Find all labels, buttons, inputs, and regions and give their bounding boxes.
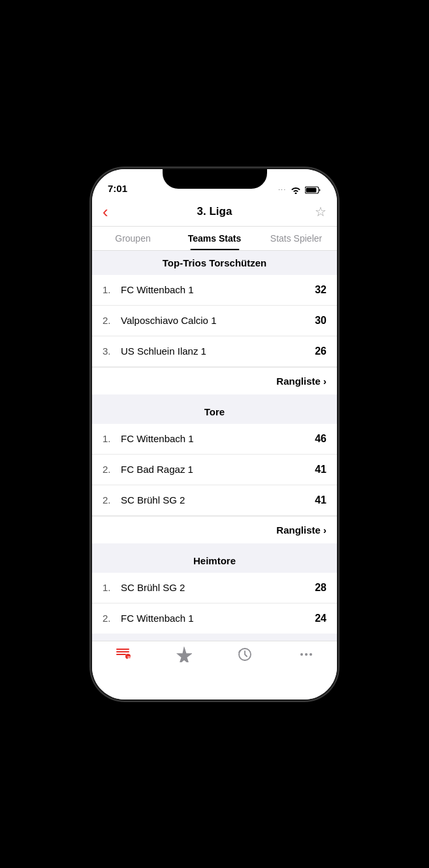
bottom-tab-bar: 1 2 (92, 641, 337, 695)
svg-rect-1 (306, 187, 317, 192)
list-item[interactable]: 2. FC Wittenbach 1 24 (92, 603, 337, 634)
item-rank: 2. (103, 464, 118, 475)
section-body-tore: 1. FC Wittenbach 1 46 2. FC Bad Ragaz 1 … (92, 424, 337, 543)
rangliste-top-trios[interactable]: Rangliste › (92, 367, 337, 394)
star-icon (176, 647, 192, 662)
list-item[interactable]: 3. US Schluein Ilanz 1 26 (92, 336, 337, 367)
item-rank: 2. (103, 613, 118, 624)
item-value: 24 (315, 613, 326, 624)
section-body-heimtore: 1. SC Brühl SG 2 28 2. FC Wittenbach 1 2… (92, 573, 337, 634)
bottom-tab-history[interactable] (215, 647, 276, 662)
section-header-top-trios: Top-Trios Torschützen (92, 251, 337, 275)
signal-dots-icon: ··· (278, 187, 287, 193)
tab-teams-stats[interactable]: Teams Stats (174, 227, 255, 250)
battery-icon (305, 186, 321, 194)
home-indicator (92, 695, 337, 699)
item-rank: 1. (103, 582, 118, 593)
status-time: 7:01 (108, 183, 127, 194)
history-icon (237, 647, 253, 662)
item-value: 32 (315, 284, 326, 296)
item-rank: 3. (103, 346, 118, 357)
section-tore: Tore 1. FC Wittenbach 1 46 2. FC Bad Rag… (92, 400, 337, 543)
nav-bar: ‹ 3. Liga ☆ (92, 198, 337, 227)
item-name: US Schluein Ilanz 1 (121, 346, 315, 357)
section-header-heimtore: Heimtore (92, 549, 337, 573)
list-item[interactable]: 2. FC Bad Ragaz 1 41 (92, 455, 337, 485)
back-button[interactable]: ‹ (103, 202, 123, 222)
favorite-button[interactable]: ☆ (306, 204, 326, 219)
status-icons: ··· (278, 186, 321, 194)
item-name: Valposchiavo Calcio 1 (121, 315, 315, 326)
tab-stats-spieler[interactable]: Stats Spieler (255, 227, 337, 250)
item-rank: 1. (103, 433, 118, 444)
item-value: 41 (315, 464, 326, 475)
item-name: FC Wittenbach 1 (121, 433, 315, 444)
bottom-tab-list[interactable]: 1 2 (92, 647, 153, 661)
item-name: FC Bad Ragaz 1 (121, 464, 315, 475)
list-item[interactable]: 1. SC Brühl SG 2 28 (92, 573, 337, 603)
svg-point-9 (300, 653, 303, 656)
svg-text:2: 2 (128, 655, 131, 659)
nav-title: 3. Liga (197, 205, 232, 218)
item-rank: 2. (103, 315, 118, 326)
rangliste-tore[interactable]: Rangliste › (92, 516, 337, 543)
item-rank: 1. (103, 284, 118, 295)
rangliste-link[interactable]: Rangliste › (276, 524, 326, 536)
tab-bar: Groupen Teams Stats Stats Spieler (92, 227, 337, 251)
item-rank: 2. (103, 494, 118, 506)
item-name: FC Wittenbach 1 (121, 613, 315, 624)
content-area: Top-Trios Torschützen 1. FC Wittenbach 1… (92, 251, 337, 641)
item-value: 30 (315, 315, 326, 327)
section-header-tore: Tore (92, 400, 337, 424)
list-item[interactable]: 2. SC Brühl SG 2 41 (92, 485, 337, 516)
item-value: 41 (315, 494, 326, 506)
item-value: 46 (315, 433, 326, 445)
section-top-trios: Top-Trios Torschützen 1. FC Wittenbach 1… (92, 251, 337, 394)
item-value: 26 (315, 346, 326, 357)
bottom-tab-favorites[interactable] (153, 647, 215, 662)
list-icon: 1 2 (115, 647, 131, 661)
phone-frame: 7:01 ··· ‹ 3. Liga ☆ Groupen Teams Stats (92, 169, 337, 699)
item-name: FC Wittenbach 1 (121, 284, 315, 295)
more-icon (298, 647, 314, 662)
list-item[interactable]: 1. FC Wittenbach 1 32 (92, 275, 337, 306)
bottom-tab-more[interactable] (276, 647, 337, 662)
tab-groupen[interactable]: Groupen (92, 227, 174, 250)
list-item[interactable]: 1. FC Wittenbach 1 46 (92, 424, 337, 455)
item-name: SC Brühl SG 2 (121, 494, 315, 506)
rangliste-link[interactable]: Rangliste › (276, 376, 326, 387)
svg-point-10 (305, 653, 308, 656)
wifi-icon (291, 186, 301, 194)
item-name: SC Brühl SG 2 (121, 582, 315, 593)
list-item[interactable]: 2. Valposchiavo Calcio 1 30 (92, 306, 337, 336)
item-value: 28 (315, 582, 326, 594)
section-body-top-trios: 1. FC Wittenbach 1 32 2. Valposchiavo Ca… (92, 275, 337, 394)
svg-point-11 (310, 653, 312, 656)
notch (163, 169, 267, 189)
section-heimtore: Heimtore 1. SC Brühl SG 2 28 2. FC Witte… (92, 549, 337, 634)
